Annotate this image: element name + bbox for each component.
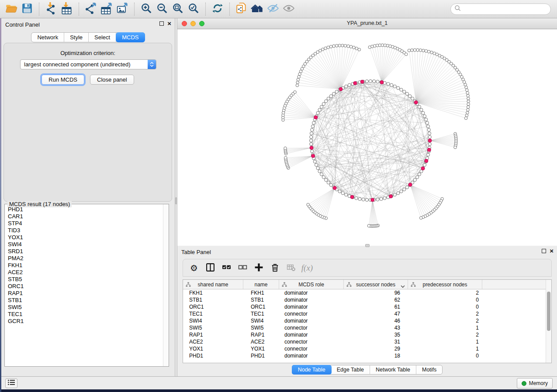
float-panel-icon[interactable] (159, 21, 164, 26)
mcds-result-item[interactable]: RAP1 (5, 290, 163, 297)
column-chooser-button[interactable] (204, 261, 217, 275)
optimization-select[interactable]: largest connected component (undirected) (20, 59, 156, 69)
mcds-result-item[interactable]: PMA2 (5, 255, 163, 262)
float-panel-icon[interactable] (542, 249, 546, 253)
copy-network-button[interactable] (234, 1, 249, 17)
table-row[interactable]: ORC1ORC1dominator610 (183, 303, 551, 310)
horizontal-divider-grip[interactable] (365, 244, 370, 247)
export-network-button[interactable] (83, 1, 99, 17)
mcds-result-item[interactable]: ORC1 (5, 283, 163, 290)
mcds-result-list: PHD1CAR1STP4TID3YOX1SWI4SRD1PMA2FKH1ACE2… (5, 205, 163, 366)
table-scrollbar[interactable] (546, 280, 551, 363)
select-all-button[interactable] (220, 261, 233, 275)
toolbar-separator (79, 3, 79, 16)
zoom-selected-icon (187, 2, 200, 16)
tab-mcds[interactable]: MCDS (116, 32, 145, 42)
toolbar-separator (205, 3, 206, 16)
tab-style[interactable]: Style (64, 33, 89, 42)
mcds-result-item[interactable]: STB1 (5, 297, 163, 304)
settings-button[interactable]: ⚙ (187, 261, 201, 275)
table-row[interactable]: YOX1YOX1connector291 (183, 345, 551, 352)
divider-grip[interactable] (175, 197, 177, 204)
table-cell: TEC1 (183, 311, 243, 317)
table-cell: connector (279, 346, 344, 352)
delete-row-button[interactable] (268, 261, 281, 275)
mcds-list-scrollbar[interactable] (163, 204, 169, 366)
tab-network-table[interactable]: Network Table (370, 365, 416, 374)
mcds-result-item[interactable]: YOX1 (5, 234, 163, 241)
deselect-all-button[interactable] (236, 261, 249, 275)
table-cell: ORC1 (243, 304, 279, 310)
table-toolbar: ⚙f(x) (183, 259, 552, 277)
table-cell: 47 (344, 311, 408, 317)
table-row[interactable]: TEC1TEC1connector472 (183, 310, 551, 317)
search-icon (454, 5, 461, 14)
mcds-result-item[interactable]: SRD1 (5, 248, 163, 255)
table-cell: YOX1 (183, 346, 243, 352)
search-input[interactable] (461, 5, 550, 14)
run-mcds-button[interactable]: Run MCDS (42, 75, 84, 85)
mcds-result-item[interactable]: CAR1 (5, 213, 163, 220)
close-panel-icon[interactable]: × (167, 21, 171, 26)
network-canvas-svg[interactable] (177, 29, 557, 246)
table-row[interactable]: SWI4SWI4dominator462 (183, 317, 551, 324)
zoom-out-button[interactable] (154, 1, 170, 17)
first-neighbors-button[interactable] (249, 1, 265, 17)
mcds-result-item[interactable]: SWI5 (5, 304, 163, 311)
export-table-button[interactable] (99, 1, 114, 17)
table-cell: 0 (408, 353, 482, 359)
show-all-button[interactable] (281, 1, 297, 17)
import-table-icon (61, 2, 73, 16)
table-row[interactable]: STB1STB1dominator620 (183, 296, 551, 303)
mcds-result-item[interactable]: FKH1 (5, 262, 163, 269)
memory-button[interactable]: Memory (517, 378, 553, 389)
zoom-selected-button[interactable] (186, 1, 201, 17)
table-row[interactable]: ACE2ACE2connector311 (183, 338, 551, 345)
mcds-result-item[interactable]: TEC1 (5, 311, 163, 318)
tab-node-table[interactable]: Node Table (292, 365, 332, 375)
tab-edge-table[interactable]: Edge Table (331, 365, 370, 374)
column-header-predecessor-nodes[interactable]: predecessor nodes (408, 280, 482, 289)
column-label: predecessor nodes (422, 282, 467, 288)
open-session-button[interactable] (3, 1, 19, 17)
tab-select[interactable]: Select (89, 33, 116, 42)
import-table-button[interactable] (59, 1, 75, 17)
table-row[interactable]: FKH1FKH1dominator962 (183, 289, 551, 296)
tab-motifs[interactable]: Motifs (416, 365, 442, 374)
save-session-button[interactable] (19, 1, 35, 17)
refresh-button[interactable] (210, 1, 225, 17)
mcds-result-item[interactable]: TID3 (5, 227, 163, 234)
export-image-button[interactable] (114, 1, 130, 17)
list-icon (8, 379, 15, 387)
table-cell: ACE2 (183, 339, 243, 345)
hide-selected-button[interactable] (265, 1, 281, 17)
tab-network[interactable]: Network (31, 33, 64, 42)
node-table-header: shared namenameMCDS rolesuccessor nodesp… (183, 280, 551, 289)
table-row[interactable]: RAP1RAP1dominator352 (183, 331, 551, 338)
attribute-type-icon (282, 282, 287, 289)
task-history-button[interactable] (5, 378, 17, 388)
mcds-result-item[interactable]: GCR1 (5, 318, 163, 325)
close-panel-button[interactable]: Close panel (90, 75, 134, 85)
table-row[interactable]: PHD1PHD1dominator180 (183, 352, 551, 359)
add-row-button[interactable] (252, 261, 265, 275)
mcds-result-item[interactable]: PHD1 (5, 206, 163, 213)
zoom-fit-button[interactable] (170, 1, 186, 17)
column-header-shared-name[interactable]: shared name (183, 280, 243, 289)
import-network-button[interactable] (43, 1, 59, 17)
zoom-in-button[interactable] (138, 1, 154, 17)
close-panel-icon[interactable]: × (550, 249, 554, 253)
column-header-successor-nodes[interactable]: successor nodes (344, 280, 408, 289)
table-cell: TEC1 (243, 311, 279, 317)
table-row[interactable]: SWI5SWI5connector431 (183, 324, 551, 331)
mcds-result-item[interactable]: STP4 (5, 220, 163, 227)
mcds-result-item[interactable]: STB5 (5, 276, 163, 283)
table-scrollbar-thumb[interactable] (547, 292, 550, 331)
column-header-MCDS-role[interactable]: MCDS role (279, 280, 344, 289)
table-cell: 29 (344, 346, 408, 352)
column-header-name[interactable]: name (243, 280, 279, 289)
panel-title: Control Panel (5, 21, 40, 28)
table-cell: dominator (279, 304, 344, 310)
mcds-result-item[interactable]: ACE2 (5, 269, 163, 276)
mcds-result-item[interactable]: SWI4 (5, 241, 163, 248)
